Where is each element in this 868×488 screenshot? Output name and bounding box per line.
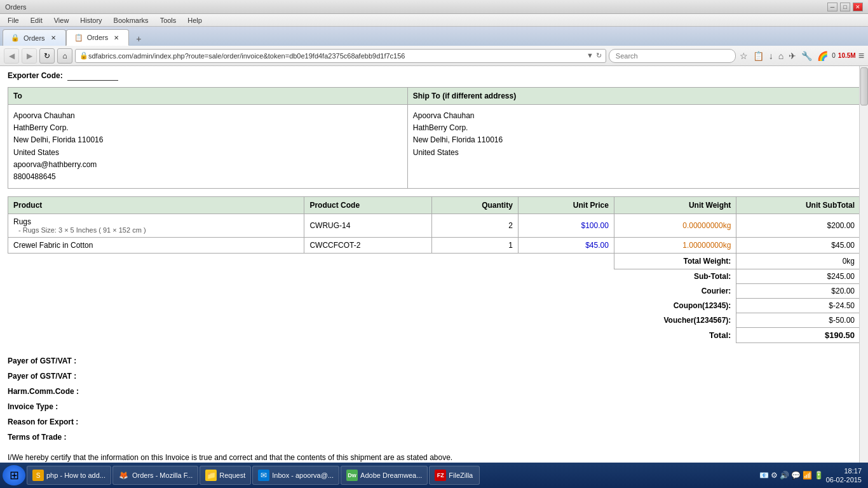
footer-info: Payer of GST/VAT : Payer of GST/VAT : Ha… — [8, 353, 860, 463]
payer-gst-2: Payer of GST/VAT : — [8, 369, 860, 384]
shipping-address-line: New Delhi, Florida 110016 — [413, 134, 855, 146]
menu-view[interactable]: View — [49, 15, 74, 25]
total-row: Total: $190.50 — [8, 328, 860, 343]
total-value: $190.50 — [736, 328, 860, 343]
titlebar: Orders ─ □ ✕ — [0, 0, 868, 14]
dropdown-icon[interactable]: ▼ — [587, 51, 593, 60]
total-label: Total: — [8, 328, 736, 343]
tab-1[interactable]: 🔒 Orders ✕ — [3, 29, 66, 46]
to-header: To — [8, 88, 408, 105]
harm-comm-code: Harm.Comm.Code : — [8, 384, 860, 399]
product-2-weight: 1.00000000kg — [614, 238, 736, 254]
tab-1-close[interactable]: ✕ — [49, 34, 58, 43]
tab-2-icon: 📋 — [74, 34, 83, 42]
close-button[interactable]: ✕ — [853, 3, 863, 11]
nav-counter: 0 — [832, 52, 836, 59]
coupon-row: Coupon(12345): $-24.50 — [8, 299, 860, 313]
subtotal-value: $245.00 — [736, 269, 860, 284]
product-1-code: CWRUG-14 — [304, 214, 432, 238]
voucher-value: $-50.00 — [736, 313, 860, 328]
courier-label: Courier: — [8, 284, 736, 299]
product-row-1: Rugs - Rugs Size: 3 × 5 Inches ( 91 × 15… — [8, 214, 860, 238]
back-button[interactable]: ◀ — [4, 48, 19, 64]
reload-button[interactable]: ↻ — [39, 48, 55, 64]
billing-address-line: New Delhi, Florida 110016 — [13, 134, 402, 146]
invoice-type-label: Invoice Type : — [8, 402, 58, 411]
bookmark-icon[interactable]: ☆ — [738, 50, 749, 62]
menu-edit[interactable]: Edit — [25, 15, 48, 25]
download-icon[interactable]: ↓ — [768, 50, 775, 62]
courier-row: Courier: $20.00 — [8, 284, 860, 299]
invoice-type: Invoice Type : — [8, 399, 860, 414]
tab-2-close[interactable]: ✕ — [112, 33, 121, 42]
product-2-subtotal: $45.00 — [736, 238, 860, 254]
home-button[interactable]: ⌂ — [57, 48, 72, 64]
tab-2[interactable]: 📋 Orders ✕ — [66, 29, 130, 46]
product-2-qty: 1 — [432, 238, 519, 254]
wayback-icon[interactable]: ✈ — [787, 50, 797, 62]
product-row-2: Crewel Fabric in Cotton CWCCFCOT-2 1 $45… — [8, 238, 860, 254]
menu-tools[interactable]: Tools — [155, 15, 182, 25]
unit-subtotal-header: Unit SubTotal — [736, 197, 860, 214]
tabbar: 🔒 Orders ✕ 📋 Orders ✕ + — [0, 27, 868, 46]
menu-file[interactable]: File — [3, 15, 24, 25]
maximize-button[interactable]: □ — [840, 3, 850, 11]
subtotal-row: Sub-Total: $245.00 — [8, 269, 860, 284]
payer-gst-1-label: Payer of GST/VAT : — [8, 356, 76, 365]
menubar: File Edit View History Bookmarks Tools H… — [0, 14, 868, 27]
subtotal-label: Sub-Total: — [8, 269, 736, 284]
product-1-name: Rugs - Rugs Size: 3 × 5 Inches ( 91 × 15… — [8, 214, 304, 238]
shipping-company: HathBerry Corp. — [413, 122, 855, 134]
exporter-code-value — [67, 71, 118, 81]
harm-comm-code-label: Harm.Comm.Code : — [8, 387, 79, 396]
total-weight-row: Total Weight: 0kg — [8, 254, 860, 269]
address-text: sdfabrics.com/admin/index.php?route=sale… — [88, 52, 587, 60]
scrollbar[interactable] — [859, 66, 868, 463]
reason-export-label: Reason for Export : — [8, 417, 78, 426]
reason-export: Reason for Export : — [8, 414, 860, 430]
billing-name: Apoorva Chauhan — [13, 110, 402, 122]
extension-icon[interactable]: 🔧 — [800, 50, 813, 62]
rainbow-icon[interactable]: 🌈 — [816, 50, 829, 62]
shipping-address: Apoorva Chauhan HathBerry Corp. New Delh… — [407, 105, 860, 189]
billing-phone: 8800488645 — [13, 171, 402, 183]
total-weight-label: Total Weight: — [614, 254, 736, 269]
scrollbar-thumb[interactable] — [860, 67, 868, 105]
payer-gst-2-label: Payer of GST/VAT : — [8, 372, 76, 381]
data-counter: 10.5M — [838, 52, 856, 59]
titlebar-left: Orders — [5, 3, 27, 11]
voucher-label: Voucher(1234567): — [8, 313, 736, 328]
homepages-icon[interactable]: ⌂ — [777, 50, 785, 62]
menu-bookmarks[interactable]: Bookmarks — [109, 15, 154, 25]
product-1-subtotal: $200.00 — [736, 214, 860, 238]
product-code-header: Product Code — [304, 197, 432, 214]
address-bar[interactable]: 🔒 sdfabrics.com/admin/index.php?route=sa… — [75, 49, 606, 63]
menu-help[interactable]: Help — [182, 15, 207, 25]
quantity-header: Quantity — [432, 197, 519, 214]
total-weight-value: 0kg — [736, 254, 860, 269]
downloads-icon[interactable]: 📋 — [752, 50, 765, 62]
billing-country: United States — [13, 147, 402, 159]
navbar: ◀ ▶ ↻ ⌂ 🔒 sdfabrics.com/admin/index.php?… — [0, 46, 868, 66]
refresh-icon[interactable]: ↻ — [596, 51, 602, 60]
new-tab-button[interactable]: + — [132, 32, 146, 46]
product-1-price: $100.00 — [518, 214, 614, 238]
nav-icons: ☆ 📋 ↓ ⌂ ✈ 🔧 🌈 0 10.5M ≡ — [738, 50, 864, 62]
menu-history[interactable]: History — [75, 15, 107, 25]
tab-1-label: Orders — [24, 34, 45, 42]
terms-trade: Terms of Trade : — [8, 430, 860, 445]
exporter-code: Exporter Code: — [8, 71, 860, 81]
unit-weight-header: Unit Weight — [614, 197, 736, 214]
payer-gst-1: Payer of GST/VAT : — [8, 353, 860, 369]
billing-email: apoorva@hathberry.com — [13, 159, 402, 171]
forward-button[interactable]: ▶ — [22, 48, 37, 64]
billing-address: Apoorva Chauhan HathBerry Corp. New Delh… — [8, 105, 408, 189]
product-header: Product — [8, 197, 304, 214]
minimize-button[interactable]: ─ — [827, 3, 837, 11]
product-2-price: $45.00 — [518, 238, 614, 254]
shipping-name: Apoorva Chauhan — [413, 110, 855, 122]
menu-icon[interactable]: ≡ — [858, 50, 864, 62]
tab-2-label: Orders — [87, 34, 109, 41]
search-input[interactable] — [609, 49, 736, 63]
ship-to-header: Ship To (if different address) — [407, 88, 860, 105]
